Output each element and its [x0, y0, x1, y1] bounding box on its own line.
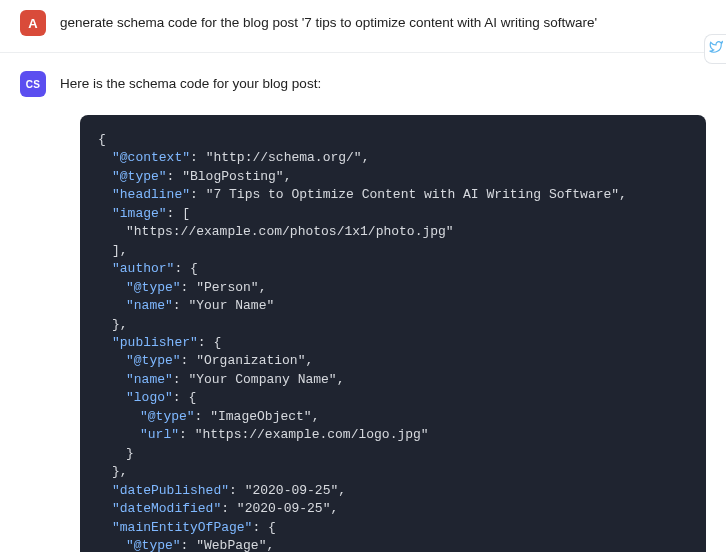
code-line: },: [98, 463, 688, 481]
code-block[interactable]: {"@context": "http://schema.org/","@type…: [80, 115, 706, 552]
code-line: "logo": {: [98, 389, 688, 407]
code-line: "@type": "Organization",: [98, 352, 688, 370]
assistant-avatar-label: CS: [26, 79, 41, 90]
code-line: "@type": "BlogPosting",: [98, 168, 688, 186]
code-line: "@context": "http://schema.org/",: [98, 149, 688, 167]
share-tab[interactable]: [704, 34, 726, 64]
code-line: "@type": "Person",: [98, 279, 688, 297]
assistant-message-row: CS Here is the schema code for your blog…: [0, 53, 726, 97]
assistant-intro-text: Here is the schema code for your blog po…: [60, 71, 706, 94]
code-line: ],: [98, 242, 688, 260]
code-line: "datePublished": "2020-09-25",: [98, 482, 688, 500]
code-line: }: [98, 445, 688, 463]
code-line: "mainEntityOfPage": {: [98, 519, 688, 537]
user-avatar-label: A: [28, 16, 37, 31]
code-line: "@type": "WebPage",: [98, 537, 688, 552]
code-line: "author": {: [98, 260, 688, 278]
code-line: "dateModified": "2020-09-25",: [98, 500, 688, 518]
code-line: },: [98, 316, 688, 334]
code-line: "https://example.com/photos/1x1/photo.jp…: [98, 223, 688, 241]
code-line: "name": "Your Company Name",: [98, 371, 688, 389]
code-line: "publisher": {: [98, 334, 688, 352]
code-line: "@type": "ImageObject",: [98, 408, 688, 426]
assistant-avatar: CS: [20, 71, 46, 97]
user-avatar: A: [20, 10, 46, 36]
twitter-icon: [709, 40, 723, 58]
code-line: "image": [: [98, 205, 688, 223]
user-message-row: A generate schema code for the blog post…: [0, 0, 726, 53]
user-message-text: generate schema code for the blog post '…: [60, 10, 706, 33]
code-line: "name": "Your Name": [98, 297, 688, 315]
chat-container: A generate schema code for the blog post…: [0, 0, 726, 552]
code-line: "url": "https://example.com/logo.jpg": [98, 426, 688, 444]
code-line: "headline": "7 Tips to Optimize Content …: [98, 186, 688, 204]
code-line: {: [98, 131, 688, 149]
